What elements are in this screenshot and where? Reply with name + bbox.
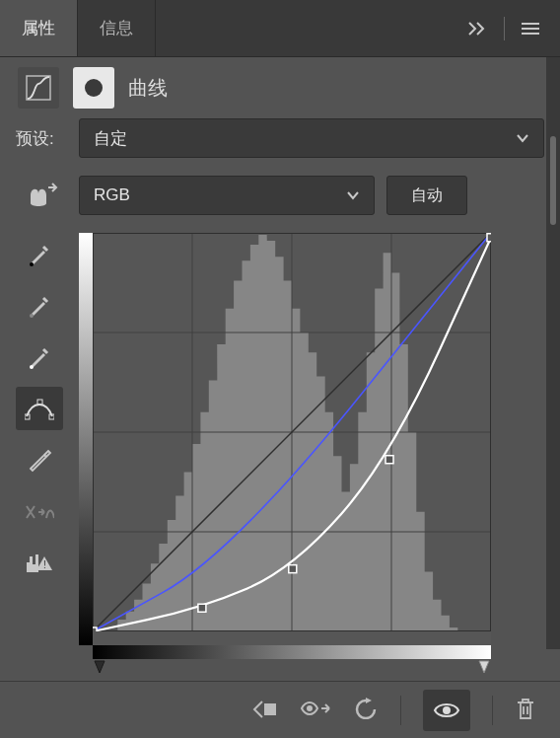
input-slider-track[interactable]: [93, 659, 491, 677]
svg-point-4: [30, 365, 34, 369]
delete-icon[interactable]: [515, 697, 536, 723]
svg-point-1: [85, 79, 103, 97]
curves-graph[interactable]: [79, 233, 544, 645]
svg-rect-21: [487, 234, 491, 242]
panel-title: 曲线: [128, 75, 168, 102]
histogram-warning-icon[interactable]: !: [16, 541, 63, 584]
footer: [0, 681, 560, 738]
curve-direct-tool-icon[interactable]: [16, 387, 63, 430]
svg-rect-18: [198, 604, 206, 612]
svg-rect-17: [93, 627, 97, 631]
divider: [504, 17, 505, 40]
channel-value: RGB: [94, 185, 130, 205]
tool-column: !: [16, 233, 67, 645]
output-gradient: [79, 233, 93, 645]
preset-select[interactable]: 自定: [79, 118, 544, 158]
view-previous-icon[interactable]: [300, 699, 331, 721]
smooth-tool-icon[interactable]: [16, 489, 63, 533]
svg-point-3: [30, 314, 34, 318]
preset-row: 预设: 自定: [16, 118, 544, 158]
curves-adjustment-icon[interactable]: [18, 67, 59, 109]
chevron-down-icon: [516, 128, 529, 148]
divider: [400, 696, 401, 725]
white-point-slider[interactable]: [479, 661, 489, 673]
visibility-toggle-icon[interactable]: [423, 690, 470, 731]
svg-point-2: [30, 262, 34, 266]
tab-info[interactable]: 信息: [78, 0, 156, 56]
eyedropper-gray-icon[interactable]: [16, 284, 63, 328]
svg-rect-0: [27, 76, 50, 100]
svg-point-24: [443, 706, 451, 714]
eyedropper-white-icon[interactable]: [16, 335, 63, 379]
clip-to-layer-icon[interactable]: [252, 698, 278, 722]
svg-point-23: [307, 705, 313, 711]
input-gradient: [93, 645, 491, 659]
channel-row: RGB 自动: [16, 176, 544, 215]
auto-button-label: 自动: [411, 185, 443, 206]
tab-bar: 属性 信息: [0, 0, 560, 57]
auto-button[interactable]: 自动: [386, 176, 467, 215]
svg-rect-22: [264, 703, 276, 715]
sub-header: 曲线: [0, 57, 560, 118]
black-point-slider[interactable]: [95, 661, 105, 673]
tab-properties-label: 属性: [22, 17, 55, 39]
tab-info-label: 信息: [100, 17, 133, 39]
mask-icon[interactable]: [73, 67, 114, 109]
pencil-tool-icon[interactable]: [16, 438, 63, 481]
preset-label: 预设:: [16, 127, 67, 150]
svg-rect-19: [289, 565, 297, 573]
reset-icon[interactable]: [353, 698, 379, 722]
preset-value: 自定: [94, 127, 127, 150]
scrollbar[interactable]: [546, 57, 560, 649]
target-adjust-icon[interactable]: [16, 182, 67, 209]
chevron-down-icon: [346, 185, 360, 205]
svg-text:!: !: [43, 559, 46, 570]
svg-rect-20: [385, 456, 393, 464]
channel-select[interactable]: RGB: [79, 176, 375, 215]
collapse-icon[interactable]: [466, 17, 490, 40]
scroll-thumb[interactable]: [550, 136, 556, 225]
tab-properties[interactable]: 属性: [0, 0, 78, 56]
divider: [492, 696, 493, 725]
panel-menu-icon[interactable]: [519, 17, 542, 40]
eyedropper-black-icon[interactable]: [16, 233, 63, 276]
